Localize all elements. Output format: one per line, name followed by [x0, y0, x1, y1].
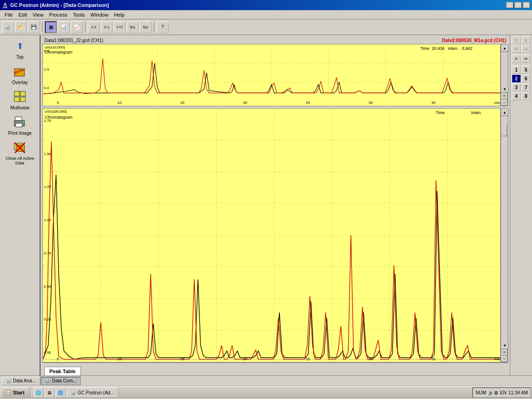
close-button[interactable]: ✕ — [523, 2, 530, 8]
sidebar-item-overlay[interactable]: Overlay — [1, 62, 38, 87]
window-title: GC Postrun (Admin) - [Data Comparison] — [10, 2, 109, 8]
tabs-bar: Peak Table — [42, 363, 508, 375]
sidebar: ⬆ Top Overlay Multiview — [0, 35, 41, 375]
rp-up[interactable]: ↑ — [512, 36, 521, 44]
sidebar-item-top[interactable]: ⬆ Top — [1, 37, 38, 61]
top-x-axis: 5101520253035min — [57, 101, 500, 105]
top-icon: ⬆ — [12, 39, 27, 54]
rp-fit[interactable]: → — [521, 45, 531, 53]
multiview-icon — [12, 90, 27, 104]
overlay-icon — [12, 64, 27, 79]
start-button[interactable]: 🪟 Start — [1, 387, 29, 398]
rp-num-3[interactable]: 3 — [512, 83, 521, 91]
sidebar-label-print: Print Image — [8, 131, 31, 136]
toolbar-sep-2 — [85, 22, 85, 32]
toolbar-12[interactable]: 1-2 — [88, 21, 100, 33]
task-label-1: Data Ana... — [13, 378, 36, 383]
toolbar-chart2[interactable]: 📈 — [71, 21, 83, 33]
language-indicator: EN — [500, 390, 507, 395]
sidebar-label-close-all: Close All Active Data — [2, 156, 37, 165]
top-scroll-down[interactable]: ▼ — [501, 85, 508, 93]
toolbar-btn-active[interactable]: ▦ — [45, 21, 57, 33]
top-y-mid: 2.5 — [44, 67, 49, 72]
sidebar-label-overlay: Overlay — [12, 80, 28, 85]
rp-down[interactable]: ↓ — [521, 36, 531, 44]
minimize-button[interactable]: ─ — [506, 2, 514, 8]
toolbar-12b[interactable]: 1+2 — [114, 21, 126, 33]
tab-peak-table[interactable]: Peak Table — [44, 367, 81, 375]
toolbar-open[interactable]: 📂 — [15, 21, 27, 33]
sidebar-item-multiview[interactable]: Multiview — [1, 88, 38, 112]
top-scroll-up[interactable]: ▲ — [501, 44, 508, 52]
toolbar-chart1[interactable]: 📊 — [58, 21, 70, 33]
task-tab-data-comparison[interactable]: 🔬 Data Com... — [41, 377, 80, 385]
main-x-axis: 5101520253035min — [57, 357, 500, 361]
top-zoom-in[interactable]: + — [501, 93, 508, 99]
rp-num-5[interactable]: 5 — [521, 66, 531, 74]
menu-edit[interactable]: Edit — [16, 11, 30, 18]
top-y-max: 5.0 — [44, 49, 49, 53]
menu-tools[interactable]: Tools — [70, 11, 88, 18]
rp-num-7[interactable]: 7 — [521, 83, 531, 91]
menu-bar: File Edit View Process Tools Window Help — [0, 10, 532, 19]
title-bar: 🔬 GC Postrun (Admin) - [Data Comparison]… — [0, 0, 532, 10]
main-chart: uV(x100,000) Chromatogram Time Inten. — [42, 108, 501, 363]
menu-view[interactable]: View — [30, 11, 47, 18]
toolbar-help[interactable]: ? — [157, 21, 169, 33]
taskbar-app-label: GC Postrun (Ad... — [78, 390, 114, 395]
taskbar-right: NUM 🔊🖥 EN 11:34 AM — [472, 387, 531, 398]
num-lock-indicator: NUM — [476, 390, 486, 395]
close-all-icon — [12, 140, 27, 155]
top-chart: uV(x10,000) Chromatogram Time 20.936 Int… — [42, 44, 501, 106]
clock: 11:34 AM — [508, 390, 528, 395]
toolbar-new[interactable]: 🔬 — [2, 21, 14, 33]
right-panel: ↑ ↓ ← → ≡ ⇔ 1 5 2 6 3 7 4 8 — [510, 35, 532, 375]
rp-left[interactable]: ← — [512, 45, 521, 53]
main-zoom-in[interactable]: + — [501, 349, 508, 356]
task-tab-data-analysis[interactable]: 🔬 Data Ana... — [2, 377, 40, 385]
rp-num-8[interactable]: 8 — [521, 92, 531, 100]
menu-window[interactable]: Window — [88, 11, 111, 18]
task-icon-2: 🔬 — [45, 378, 50, 383]
toolbar: 🔬 📂 💾 ▦ 📊 📈 1-2 2-1 1+2 f(x) f(x) ? — [0, 19, 532, 35]
taskbar-app-gcpostrun[interactable]: 🔬 GC Postrun (Ad... — [66, 387, 118, 398]
sidebar-item-close-all[interactable]: Close All Active Data — [1, 139, 38, 167]
sidebar-item-print[interactable]: Print Image — [1, 113, 38, 138]
task-label-2: Data Com... — [52, 378, 76, 383]
toolbar-fx2[interactable]: f(x) — [139, 21, 151, 33]
main-scroll-down[interactable]: ▼ — [501, 342, 508, 349]
sidebar-label-multiview: Multiview — [10, 105, 29, 110]
data2-label: Date2:080530_M1a.gcd (CH1) — [442, 38, 506, 43]
top-zoom-out[interactable]: − — [501, 99, 508, 106]
rp-num-6[interactable]: 6 — [521, 74, 531, 83]
svg-rect-8 — [23, 121, 24, 123]
rp-num-2[interactable]: 2 — [512, 74, 521, 83]
svg-rect-2 — [20, 91, 25, 96]
svg-rect-5 — [15, 117, 22, 121]
taskbar-btn-1[interactable]: 🌐 — [33, 387, 43, 398]
rp-scroll[interactable]: ⇔ — [521, 54, 531, 63]
toolbar-sep-1 — [42, 22, 42, 32]
main-zoom-out[interactable]: − — [501, 356, 508, 362]
toolbar-fx1[interactable]: f(x) — [127, 21, 139, 33]
svg-rect-7 — [16, 123, 22, 127]
start-label: Start — [13, 390, 24, 395]
taskbar-app-icon: 🔬 — [71, 390, 76, 395]
svg-rect-4 — [20, 97, 25, 102]
svg-rect-1 — [14, 91, 19, 96]
menu-help[interactable]: Help — [111, 11, 127, 18]
maximize-button[interactable]: □ — [514, 2, 522, 8]
toolbar-sep-3 — [154, 22, 154, 32]
main-scroll-up[interactable]: ▲ — [501, 109, 508, 116]
taskbar-btn-2[interactable]: 🖥 — [44, 387, 54, 398]
rp-scale[interactable]: ≡ — [512, 54, 521, 63]
toolbar-21[interactable]: 2-1 — [101, 21, 113, 33]
rp-num-4[interactable]: 4 — [512, 92, 521, 100]
toolbar-save[interactable]: 💾 — [28, 21, 40, 33]
menu-process[interactable]: Process — [46, 11, 70, 18]
main-y-axis: 1.75 1.50 1.25 1.00 0.75 0.50 0.25 0.00 — [44, 119, 51, 355]
taskbar-tabs: 🔬 Data Ana... 🔬 Data Com... — [0, 375, 532, 386]
rp-num-1[interactable]: 1 — [512, 66, 521, 74]
menu-file[interactable]: File — [2, 11, 16, 18]
taskbar-btn-3[interactable]: 🌀 — [55, 387, 66, 398]
